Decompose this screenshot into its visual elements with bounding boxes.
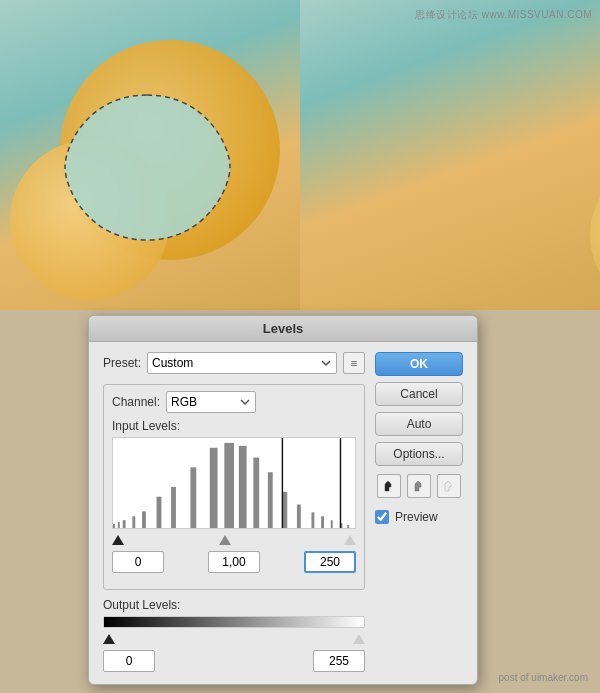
svg-rect-20 xyxy=(347,525,349,528)
options-button[interactable]: Options... xyxy=(375,442,463,466)
output-levels-label: Output Levels: xyxy=(103,598,365,612)
circle-decoration-4 xyxy=(590,160,600,310)
dialog-title: Levels xyxy=(263,321,303,336)
output-black-field[interactable] xyxy=(103,650,155,672)
output-white-field[interactable] xyxy=(313,650,365,672)
eyedropper-row xyxy=(375,474,463,498)
dialog-right-panel: OK Cancel Auto Options... xyxy=(375,352,463,672)
input-mid-slider[interactable] xyxy=(219,535,231,545)
svg-rect-16 xyxy=(311,512,314,528)
output-levels-section: Output Levels: xyxy=(103,598,365,672)
preview-label: Preview xyxy=(395,510,438,524)
levels-dialog: Levels Preset: Custom ≡ Channel: xyxy=(88,315,478,685)
input-white-slider[interactable] xyxy=(344,535,356,545)
input-fields-row xyxy=(112,551,356,573)
canvas-area: 思绛设计论坛 www.MISSVUAN.COM xyxy=(0,0,600,310)
input-mid-field[interactable] xyxy=(208,551,260,573)
preset-label: Preset: xyxy=(103,356,141,370)
channel-select[interactable]: RGB xyxy=(166,391,256,413)
output-gradient xyxy=(103,616,365,628)
svg-rect-7 xyxy=(171,487,176,528)
channel-row: Channel: RGB xyxy=(112,391,356,413)
canvas-right xyxy=(300,0,600,310)
preset-menu-icon[interactable]: ≡ xyxy=(343,352,365,374)
input-black-field[interactable] xyxy=(112,551,164,573)
output-white-slider[interactable] xyxy=(353,634,365,644)
svg-rect-10 xyxy=(224,443,234,528)
bottom-watermark: post of uimaker.com xyxy=(499,672,588,683)
eyedropper-black-icon[interactable] xyxy=(377,474,401,498)
svg-rect-4 xyxy=(132,516,135,528)
input-black-slider[interactable] xyxy=(112,535,124,545)
canvas-left xyxy=(0,0,300,310)
svg-rect-2 xyxy=(118,522,120,528)
svg-rect-15 xyxy=(297,505,301,528)
svg-rect-18 xyxy=(331,520,333,528)
dialog-left-panel: Preset: Custom ≡ Channel: RGB In xyxy=(103,352,365,672)
leaf-selected xyxy=(55,85,240,250)
eyedropper-gray-icon[interactable] xyxy=(407,474,431,498)
svg-rect-17 xyxy=(321,516,324,528)
preset-row: Preset: Custom ≡ xyxy=(103,352,365,374)
watermark: 思绛设计论坛 www.MISSVUAN.COM xyxy=(415,8,592,22)
svg-rect-9 xyxy=(210,448,218,528)
channel-label: Channel: xyxy=(112,395,160,409)
preset-select[interactable]: Custom xyxy=(147,352,337,374)
svg-rect-12 xyxy=(253,458,259,528)
preview-row: Preview xyxy=(375,510,463,524)
output-black-slider[interactable] xyxy=(103,634,115,644)
channel-group: Channel: RGB Input Levels: xyxy=(103,384,365,590)
svg-rect-1 xyxy=(113,524,115,528)
input-levels-label: Input Levels: xyxy=(112,419,356,433)
output-slider-row xyxy=(103,632,365,644)
svg-rect-3 xyxy=(123,520,126,528)
dialog-body: Preset: Custom ≡ Channel: RGB In xyxy=(89,342,477,684)
canvas-bottom: Levels Preset: Custom ≡ Channel: xyxy=(0,310,600,693)
histogram xyxy=(112,437,356,529)
svg-rect-11 xyxy=(239,446,247,528)
input-slider-track[interactable] xyxy=(112,531,356,545)
preview-checkbox[interactable] xyxy=(375,510,389,524)
svg-rect-6 xyxy=(157,497,162,528)
input-slider-row xyxy=(112,531,356,545)
input-white-field[interactable] xyxy=(304,551,356,573)
svg-rect-8 xyxy=(190,467,196,528)
dialog-titlebar: Levels xyxy=(89,316,477,342)
eyedropper-white-icon[interactable] xyxy=(437,474,461,498)
svg-rect-13 xyxy=(268,472,273,528)
ok-button[interactable]: OK xyxy=(375,352,463,376)
svg-rect-5 xyxy=(142,511,146,528)
cancel-button[interactable]: Cancel xyxy=(375,382,463,406)
auto-button[interactable]: Auto xyxy=(375,412,463,436)
output-fields-row xyxy=(103,650,365,672)
